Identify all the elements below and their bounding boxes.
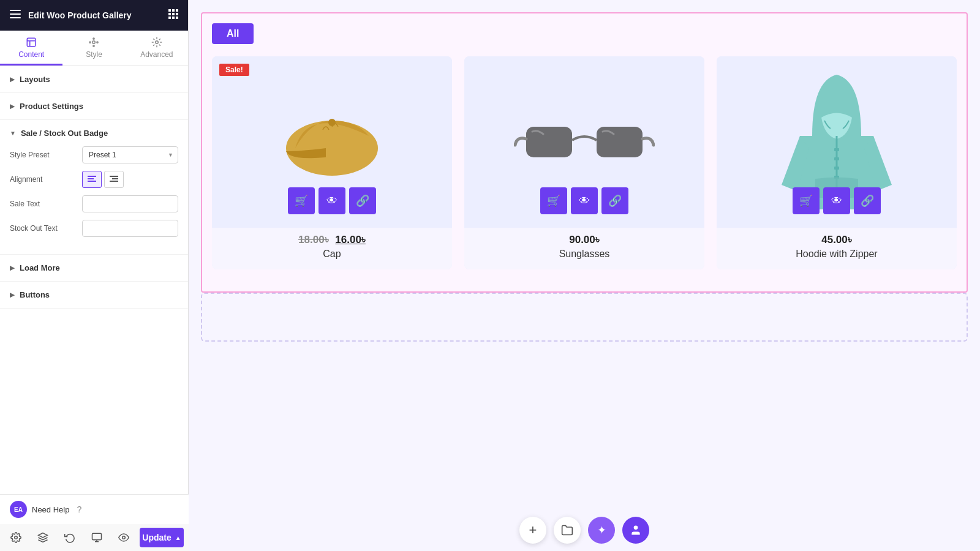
update-button[interactable]: Update ▲	[140, 528, 184, 547]
settings-toolbar-btn[interactable]	[5, 527, 27, 549]
section-layouts-label: Layouts	[20, 75, 50, 84]
panel-header: Edit Woo Product Gallery	[0, 0, 188, 31]
update-chevron-icon: ▲	[175, 534, 181, 541]
svg-rect-3	[168, 9, 171, 12]
style-preset-label: Style Preset	[10, 151, 77, 159]
section-buttons[interactable]: ▶ Buttons	[0, 282, 188, 309]
filter-bar: All	[212, 23, 957, 44]
navigator-btn[interactable]	[554, 517, 581, 544]
product-actions-cap: 🛒 👁 🔗	[212, 181, 452, 220]
alignment-label: Alignment	[10, 175, 77, 184]
help-question-icon[interactable]: ?	[77, 504, 81, 514]
svg-rect-11	[176, 17, 178, 19]
product-actions-hoodie: 🛒 👁 🔗	[717, 181, 957, 220]
style-preset-dropdown-wrapper: Preset 1 Preset 2 Preset 3	[82, 146, 178, 163]
add-element-btn[interactable]: +	[519, 517, 546, 544]
layers-toolbar-btn[interactable]	[32, 527, 54, 549]
tab-content-label: Content	[18, 50, 44, 59]
section-layouts[interactable]: ▶ Layouts	[0, 66, 188, 93]
product-card-sunglasses: 🛒 👁 🔗 90.00৳ Sunglasses	[464, 56, 704, 269]
buttons-arrow-icon: ▶	[10, 291, 15, 298]
view-btn-hoodie[interactable]: 👁	[823, 187, 850, 214]
link-btn-cap[interactable]: 🔗	[349, 187, 376, 214]
cart-btn-hoodie[interactable]: 🛒	[793, 187, 820, 214]
responsive-toolbar-btn[interactable]	[86, 527, 108, 549]
cart-btn-sunglasses[interactable]: 🛒	[540, 187, 567, 214]
product-actions-sunglasses: 🛒 👁 🔗	[464, 181, 704, 220]
stock-out-text-input[interactable]	[82, 220, 178, 237]
sale-text-row: Sale Text	[10, 195, 178, 212]
product-settings-arrow-icon: ▶	[10, 103, 15, 110]
section-load-more-label: Load More	[20, 263, 60, 272]
history-toolbar-btn[interactable]	[59, 527, 81, 549]
view-btn-cap[interactable]: 👁	[318, 187, 345, 214]
svg-point-34	[328, 119, 336, 126]
svg-rect-39	[834, 157, 839, 160]
update-btn-label: Update	[142, 533, 171, 542]
svg-rect-21	[88, 176, 96, 177]
dashed-container	[201, 293, 968, 342]
preview-toolbar-btn[interactable]	[113, 527, 135, 549]
svg-point-15	[92, 41, 96, 44]
style-preset-select[interactable]: Preset 1 Preset 2 Preset 3	[82, 146, 178, 163]
svg-point-27	[15, 536, 18, 539]
svg-rect-6	[168, 13, 171, 15]
style-preset-row: Style Preset Preset 1 Preset 2 Preset 3	[10, 146, 178, 163]
tab-style[interactable]: Style	[62, 31, 125, 66]
svg-rect-24	[110, 176, 118, 177]
product-price-cap: 18.00৳ 16.00৳	[222, 234, 442, 246]
tab-advanced[interactable]: Advanced	[126, 31, 188, 66]
user-btn[interactable]	[622, 517, 649, 544]
product-sale-price-hoodie: 45.00৳	[821, 234, 852, 246]
section-sale-stock-header[interactable]: ▼ Sale / Stock Out Badge	[0, 120, 188, 146]
section-sale-stock-badge: ▼ Sale / Stock Out Badge Style Preset Pr…	[0, 120, 188, 255]
svg-point-33	[286, 121, 378, 176]
product-price-sunglasses: 90.00৳	[474, 234, 695, 246]
product-original-price-cap: 18.00৳	[298, 234, 329, 246]
align-left-btn[interactable]	[82, 171, 102, 188]
panel-title: Edit Woo Product Gallery	[28, 10, 168, 20]
editor-canvas: All Sale!	[189, 0, 980, 551]
grid-icon[interactable]	[168, 9, 178, 21]
product-grid: Sale!	[212, 56, 957, 269]
align-right-btn[interactable]	[104, 171, 124, 188]
menu-icon[interactable]	[10, 10, 21, 21]
svg-marker-28	[39, 533, 48, 538]
canvas-bottom-bar: + ✦	[189, 509, 980, 551]
panel-bottom: EA Need Help ?	[0, 494, 189, 551]
product-sale-price-cap: 16.00৳	[335, 234, 366, 246]
tab-content[interactable]: Content	[0, 31, 62, 66]
tab-style-label: Style	[86, 50, 102, 59]
svg-rect-1	[10, 13, 21, 15]
help-avatar: EA	[10, 501, 27, 518]
view-btn-sunglasses[interactable]: 👁	[571, 187, 598, 214]
product-card-hoodie: 🛒 👁 🔗 45.00৳ Hoodie with Zipper	[717, 56, 957, 269]
layouts-arrow-icon: ▶	[10, 76, 15, 83]
cap-image	[271, 87, 393, 197]
section-product-settings[interactable]: ▶ Product Settings	[0, 93, 188, 120]
sale-text-label: Sale Text	[10, 200, 77, 208]
filter-all-btn[interactable]: All	[212, 23, 254, 44]
svg-point-19	[97, 42, 98, 43]
link-btn-sunglasses[interactable]: 🔗	[601, 187, 628, 214]
link-btn-hoodie[interactable]: 🔗	[854, 187, 881, 214]
help-row: EA Need Help ?	[0, 495, 189, 524]
alignment-row: Alignment	[10, 171, 178, 188]
magic-btn[interactable]: ✦	[588, 517, 615, 544]
svg-point-17	[93, 45, 94, 47]
sale-badge-cap: Sale!	[219, 64, 249, 76]
alignment-group	[82, 171, 178, 188]
product-info-cap: 18.00৳ 16.00৳ Cap	[212, 228, 452, 269]
sale-stock-content: Style Preset Preset 1 Preset 2 Preset 3 …	[0, 146, 188, 255]
svg-rect-8	[176, 13, 178, 15]
svg-point-20	[156, 41, 159, 44]
panel-tabs: Content Style Advanced	[0, 31, 188, 66]
sale-stock-arrow-icon: ▼	[10, 130, 16, 137]
svg-rect-25	[112, 178, 118, 179]
sunglasses-image	[514, 102, 655, 182]
cart-btn-cap[interactable]: 🛒	[288, 187, 315, 214]
svg-rect-22	[88, 178, 94, 179]
svg-rect-26	[110, 181, 118, 182]
sale-text-input[interactable]	[82, 195, 178, 212]
section-load-more[interactable]: ▶ Load More	[0, 255, 188, 282]
